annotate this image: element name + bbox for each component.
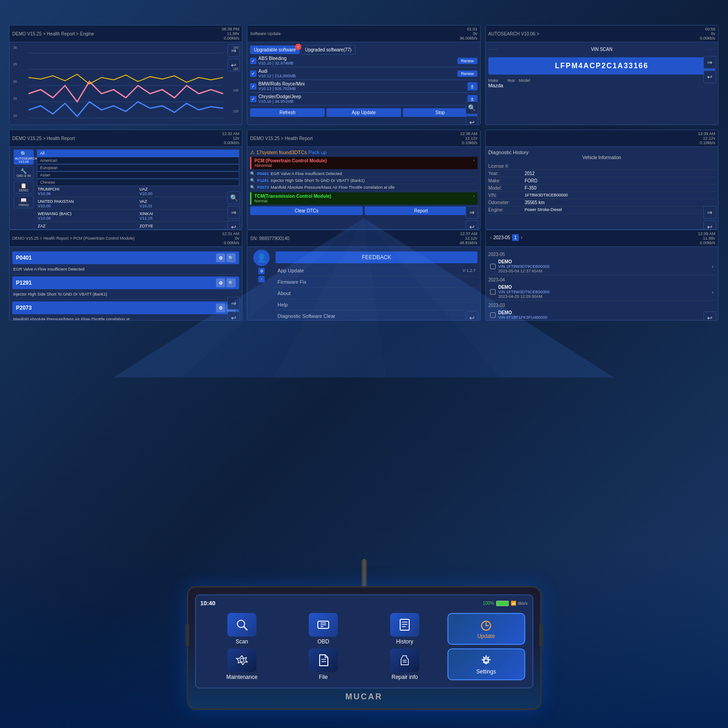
hist-nav: ↩ — [703, 311, 716, 321]
panel-dtc: DEMO V15.25 > Health Report 12:38 AM 12.… — [247, 130, 480, 230]
panel2-nav: 🔍 ↩ — [466, 101, 478, 125]
panel6-back-btn[interactable]: ↩ — [703, 221, 716, 230]
history-app-icon — [390, 613, 419, 637]
history-side-icon[interactable]: 📖 History — [14, 196, 34, 208]
audi-info: Audi V10.12 | 214.000MB — [258, 69, 457, 78]
panel3-nav: ⇒ ↩ — [703, 56, 716, 83]
panel-engine: DEMO V15.25 > Health Report > Engine 06:… — [9, 25, 242, 125]
app-settings[interactable]: Settings — [447, 648, 525, 680]
panel3-forward-btn[interactable]: ⇒ — [703, 56, 716, 69]
hist-vin: VIN: 1FT8W3DT9CEB00000 — [488, 192, 715, 199]
filter-chinese[interactable]: Chinese — [37, 179, 239, 186]
app-scan[interactable]: Scan — [203, 613, 281, 645]
refresh-btn[interactable]: Refresh — [250, 108, 325, 117]
wifi-icon: 📶 — [511, 601, 516, 606]
panel-vin-status: 00:59 0v 0.00kb/s — [700, 27, 715, 40]
vehicle-uaz[interactable]: UAZV10.00 — [139, 186, 240, 197]
hist-back-btn[interactable]: ↩ — [703, 311, 716, 321]
panel-vin-header: AUTOSEARCH V10.06 > 00:59 0v 0.00kb/s — [486, 25, 718, 42]
abs-renew-btn[interactable]: Renew — [457, 58, 477, 64]
obd-label: OBD — [317, 638, 329, 645]
device-apps-grid: Scan OBD — [201, 610, 528, 683]
bmw-checkbox[interactable]: ✓ — [250, 83, 256, 90]
device-left-btn[interactable] — [186, 624, 189, 647]
vehicle-trumpchi[interactable]: TRUMPCHIV10.06 — [37, 186, 138, 197]
upgraded-tab[interactable]: Upgraded software(77) — [301, 45, 356, 55]
app-obd[interactable]: OBD — [285, 613, 362, 645]
battery-bar — [496, 601, 509, 606]
panel-engine-status: 06:38 PM 11.88v 0.00kb/s — [222, 27, 240, 40]
panel6-forward-btn[interactable]: ⇒ — [703, 206, 716, 219]
chart-y-left: 30252015105 — [12, 45, 18, 125]
upgradable-tab[interactable]: Upgradable software 7 — [250, 45, 299, 54]
panel4-search-btn[interactable]: 🔍 — [227, 191, 240, 204]
battery-percent: 100% — [482, 601, 494, 606]
panel-engine-header: DEMO V15.25 > Health Report > Engine 06:… — [10, 25, 242, 42]
clear-dtcs-btn[interactable]: Clear DTCs — [250, 206, 363, 215]
app-maintenance[interactable]: Maintenance — [203, 648, 281, 680]
file-icon — [309, 648, 338, 672]
settings-label: Settings — [476, 668, 496, 675]
panel-vehicle-list: DEMO V15.25 > Health Report 12:32 AM 12v… — [9, 130, 242, 230]
panel-vehicle-title: DEMO V15.25 > Health Report — [12, 136, 75, 141]
app-history[interactable]: History — [366, 613, 444, 645]
obd-icon[interactable]: 🔧 OBD & IM — [14, 166, 34, 179]
app-update[interactable]: Update — [447, 613, 525, 645]
audi-checkbox[interactable]: ✓ — [250, 70, 256, 77]
vehicle-info-table: License #: Year: 2012 Make: FORD Model: … — [488, 163, 715, 214]
svg-rect-16 — [400, 619, 409, 630]
filter-tabs: All American European Asian Chinese — [37, 150, 239, 186]
device-time: 10:40 — [201, 600, 216, 607]
tcm-module: TCM(Transmission Control Module) › Norma… — [250, 192, 477, 205]
demo-icon[interactable]: 📋 DEMO — [14, 181, 34, 194]
vehicle-vaz[interactable]: VAZV16.01 — [139, 198, 240, 210]
maintenance-icon — [227, 648, 256, 672]
autosearch-icon[interactable]: 🔍 AUTOSEARCH V10.06 — [14, 150, 34, 165]
panel5-forward-btn[interactable]: ⇒ — [466, 206, 478, 219]
dtc-report-btn[interactable]: Report — [365, 206, 477, 215]
app-update-btn[interactable]: App Update — [326, 108, 401, 117]
panel3-back-btn[interactable]: ↩ — [703, 70, 716, 83]
panel-software-status: 01:01 0v 36.00kb/s — [460, 27, 477, 40]
software-item-abs: ✓ ABS Bleeding V10.10 | 32.974MB Renew — [250, 55, 477, 67]
dtc-count: ⚠ 17system found3DTCs — [250, 150, 308, 155]
pcm-module: PCM (Powertrain Control Module) › Abnorm… — [250, 157, 477, 169]
make-field: Make Mazda — [488, 78, 503, 88]
abs-checkbox[interactable]: ✓ — [250, 58, 256, 64]
panel-software-title: Software Update — [250, 31, 281, 36]
chrysler-checkbox[interactable]: ✓ — [250, 96, 256, 102]
maintenance-label: Maintenance — [226, 674, 258, 680]
obd-app-icon — [309, 613, 338, 637]
side-icon-bar: 🔍 AUTOSEARCH V10.06 🔧 OBD & IM 📋 DEMO 📖 — [12, 150, 35, 230]
hist-model: Model: F-350 — [488, 185, 715, 192]
panel4-forward-btn[interactable]: ⇒ — [227, 206, 240, 219]
panel-dtc-header: DEMO V15.25 > Health Report 12:38 AM 12.… — [247, 130, 480, 147]
panel-engine-content: 30252015105 180160140120100 — [10, 42, 242, 125]
app-repair[interactable]: Repair info — [366, 648, 444, 680]
device-right-btn[interactable] — [539, 624, 543, 647]
filter-asian[interactable]: Asian — [37, 171, 239, 179]
filter-european[interactable]: European — [37, 164, 239, 171]
bmw-plus-btn[interactable]: ± — [467, 82, 477, 90]
panel-dtc-status: 12:38 AM 12.12v 0.10kb/s — [460, 131, 477, 145]
pack-up-btn[interactable]: Pack up — [308, 150, 326, 155]
filter-american[interactable]: American — [37, 157, 239, 164]
software-actions: Refresh App Update Stop — [250, 108, 477, 117]
hist-make: Make: FORD — [488, 177, 715, 185]
device-battery: 100% 📶 8kb/s — [482, 601, 527, 606]
panel2-back-btn[interactable]: ↩ — [466, 116, 478, 125]
software-item-audi: ✓ Audi V10.12 | 214.000MB Renew — [250, 67, 477, 80]
svg-point-21 — [240, 658, 244, 662]
app-file[interactable]: File — [285, 648, 362, 680]
vin-scan-header: ····· VIN SCAN ····· — [488, 45, 715, 54]
engine-chart-svg — [12, 45, 239, 125]
filter-all[interactable]: All — [37, 150, 239, 157]
svg-point-10 — [237, 620, 245, 628]
audi-renew-btn[interactable]: Renew — [457, 70, 477, 77]
panel-history-status: 12:39 AM 11.88v 0.00kb/s — [698, 231, 715, 245]
device-screen-header: 10:40 100% 📶 8kb/s — [201, 600, 528, 607]
dtc-summary: ⚠ 17system found3DTCs Pack up — [250, 150, 477, 156]
vehicle-united-pakistan[interactable]: UNITED PAKISTANV10.00 — [37, 198, 138, 210]
panel-software-content: Upgradable software 7 Upgraded software(… — [247, 42, 480, 125]
panel2-search-btn[interactable]: 🔍 — [466, 101, 478, 114]
